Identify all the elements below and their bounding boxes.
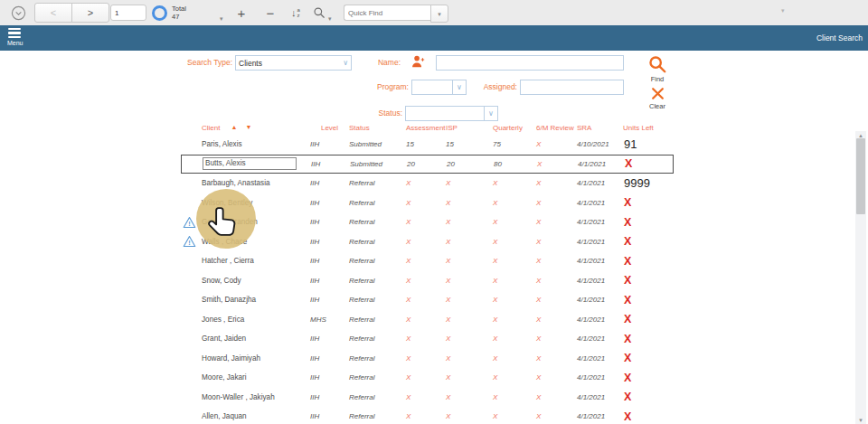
table-row[interactable]: ! Jones , Erica MHS Referral X X X X 4/1… [181,310,674,330]
client-name-cell[interactable]: Walls , Chace [202,238,310,246]
quarterly-cell[interactable]: X [493,218,536,226]
next-record-button[interactable]: > [71,3,109,23]
scroll-down-arrow[interactable]: ▼ [855,416,866,424]
quarterly-cell[interactable]: X [493,393,536,401]
client-name-cell[interactable]: Moon-Waller , Jakiyah [202,393,310,401]
client-name-cell[interactable]: Barbaugh, Anastasia [202,179,310,187]
6m-review-cell[interactable]: X [536,179,577,187]
status-cell[interactable]: Referral [349,179,406,187]
isp-cell[interactable]: X [446,393,493,401]
units-left-cell[interactable]: X [623,313,674,325]
sra-cell[interactable]: 4/1/2021 [577,354,623,363]
level-cell[interactable]: IIH [310,412,349,420]
level-cell[interactable]: IIH [310,354,349,363]
level-cell[interactable]: IIH [310,296,349,304]
client-name-cell[interactable]: Hatcher , Cierra [202,257,310,265]
quick-find-input[interactable] [344,5,433,21]
level-cell[interactable]: IIH [310,238,349,246]
total-dropdown-caret[interactable]: ▾ [220,15,223,22]
units-left-cell[interactable]: X [624,157,675,170]
assessment-cell[interactable]: X [406,277,446,285]
status-cell[interactable]: Referral [349,218,406,226]
assessment-cell[interactable]: X [406,199,446,207]
status-cell[interactable]: Referral [349,334,406,343]
client-name-cell[interactable]: Snow, Cody [202,277,310,285]
client-name-cell[interactable]: Jones , Erica [202,316,310,324]
sra-cell[interactable]: 4/1/2021 [577,199,623,207]
level-cell[interactable]: IIH [310,179,349,187]
table-row[interactable]: ! Howard, Jaimiyah IIH Referral X X X X … [181,349,674,369]
isp-cell[interactable]: X [446,354,493,363]
level-cell[interactable]: IIH [310,199,349,207]
record-number-input[interactable] [110,5,146,21]
sort-button[interactable]: ↓ az [284,4,307,22]
clear-button[interactable]: Clear [639,86,675,110]
units-left-cell[interactable]: X [623,196,674,209]
6m-review-cell[interactable]: X [536,257,577,265]
units-left-cell[interactable]: 91 [623,137,674,151]
6m-review-cell[interactable]: X [536,412,577,420]
quarterly-cell[interactable]: X [493,354,536,363]
sra-cell[interactable]: 4/1/2021 [577,238,623,246]
table-row[interactable]: ! Paris, Alexis IIH Submitted 15 15 75 X… [181,135,674,155]
quarterly-cell[interactable]: X [493,199,536,207]
assessment-cell[interactable]: X [406,334,446,343]
table-row[interactable]: ! Barbaugh, Anastasia IIH Referral X X X… [181,174,674,193]
isp-cell[interactable]: X [446,218,493,226]
sra-cell[interactable]: 4/1/2021 [577,179,623,187]
table-row[interactable]: ! Gower , Branden IIH Referral X X X X 4… [181,212,674,232]
isp-cell[interactable]: X [446,238,493,246]
quarterly-cell[interactable]: 80 [494,160,537,168]
client-name-cell[interactable]: Howard, Jaimiyah [202,354,310,363]
assessment-cell[interactable]: X [406,179,446,187]
status-cell[interactable]: Referral [349,277,406,285]
isp-cell[interactable]: X [446,179,493,187]
sra-cell[interactable]: 4/1/2021 [578,160,624,168]
quarterly-cell[interactable]: X [493,238,536,246]
level-cell[interactable]: IIH [310,277,349,285]
6m-review-cell[interactable]: X [536,277,577,285]
sort-desc-icon[interactable]: ▼ [245,124,251,130]
sra-cell[interactable]: 4/1/2021 [577,277,623,285]
isp-cell[interactable]: X [446,373,493,382]
table-row[interactable]: ! Grant, Jaiden IIH Referral X X X X 4/1… [181,329,674,349]
toolbar-search-button[interactable] [310,4,328,22]
units-left-cell[interactable]: X [623,274,674,287]
6m-review-cell[interactable]: X [536,316,577,324]
quarterly-cell[interactable]: X [493,316,536,324]
sra-cell[interactable]: 4/1/2021 [577,334,623,343]
scrollbar-thumb[interactable] [856,138,865,214]
status-cell[interactable]: Referral [349,316,406,324]
client-name-cell[interactable]: Gower , Branden [202,218,310,226]
units-left-cell[interactable]: 9999 [623,176,674,190]
6m-review-cell[interactable]: X [536,296,577,304]
status-cell[interactable]: Referral [349,393,406,401]
assessment-cell[interactable]: X [406,393,446,401]
status-cell[interactable]: Submitted [349,140,406,148]
assessment-cell[interactable]: X [406,373,446,382]
assessment-cell[interactable]: X [406,218,446,226]
table-row[interactable]: ! Allen, Jaquan IIH Referral X X X X 4/1… [181,407,674,424]
client-name-cell[interactable]: Moore, Jakari [202,373,310,382]
table-row[interactable]: ! Wilson, Bentley IIH Referral X X X X 4… [181,193,674,213]
status-cell[interactable]: Referral [349,373,406,382]
status-select-chevron[interactable]: ∨ [484,106,498,121]
sra-cell[interactable]: 4/1/2021 [577,218,623,226]
units-left-cell[interactable]: X [623,294,674,306]
sra-cell[interactable]: 4/1/2021 [577,257,623,265]
isp-cell[interactable]: 20 [447,160,494,168]
level-cell[interactable]: IIH [311,160,350,168]
client-name-cell[interactable]: Smith, Danazjha [202,296,310,304]
status-cell[interactable]: Referral [349,199,406,207]
6m-review-cell[interactable]: X [536,199,577,207]
assessment-cell[interactable]: 20 [407,160,447,168]
assessment-cell[interactable]: 15 [406,140,446,148]
client-name-cell[interactable]: Butts, Alexis [203,157,311,170]
vertical-scrollbar[interactable]: ▲ ▼ [855,131,866,424]
quarterly-cell[interactable]: X [493,277,536,285]
level-cell[interactable]: IIH [310,218,349,226]
search-dropdown-caret[interactable]: ▾ [328,15,332,22]
name-input[interactable] [436,55,624,71]
isp-cell[interactable]: X [446,277,493,285]
table-row[interactable]: ! Moon-Waller , Jakiyah IIH Referral X X… [181,388,674,408]
